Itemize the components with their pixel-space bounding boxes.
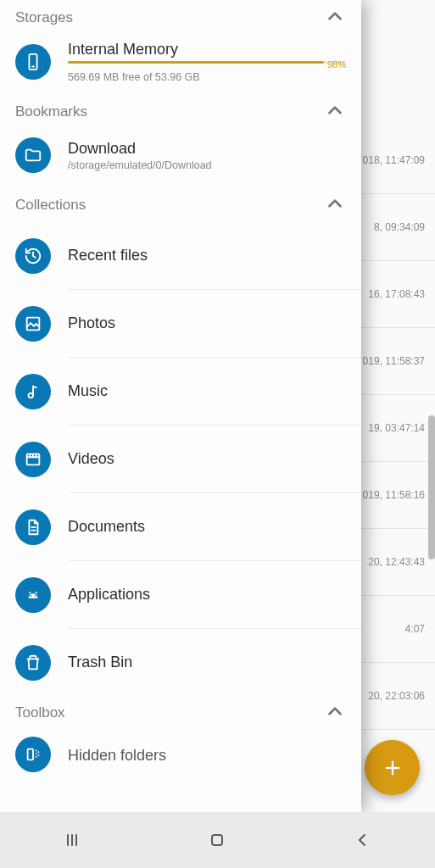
collection-videos[interactable]: Videos bbox=[0, 426, 361, 492]
svg-point-13 bbox=[30, 595, 31, 597]
add-fab-button[interactable] bbox=[365, 740, 420, 795]
collection-applications[interactable]: Applications bbox=[0, 561, 361, 628]
bookmark-path: /storage/emulated/0/Download bbox=[68, 159, 346, 171]
collection-label: Music bbox=[68, 382, 346, 400]
plus-icon bbox=[381, 756, 404, 780]
home-icon bbox=[207, 830, 227, 850]
storage-percent: 98% bbox=[327, 59, 346, 70]
section-collections[interactable]: Collections bbox=[0, 188, 361, 222]
bookmark-download[interactable]: Download /storage/emulated/0/Download bbox=[0, 129, 361, 188]
storage-title: Internal Memory bbox=[68, 41, 346, 58]
navigation-drawer: Storages Internal Memory 98% 569.69 MB f… bbox=[0, 0, 361, 812]
collection-documents[interactable]: Documents bbox=[0, 493, 361, 560]
collection-label: Trash Bin bbox=[68, 654, 346, 671]
hidden-folders-icon bbox=[15, 737, 51, 772]
svg-rect-4 bbox=[27, 317, 40, 330]
document-icon bbox=[15, 509, 51, 545]
image-icon bbox=[15, 306, 51, 342]
svg-line-15 bbox=[29, 592, 31, 593]
storage-bar-fill bbox=[68, 61, 324, 64]
bookmark-title: Download bbox=[68, 140, 346, 158]
chevron-up-icon bbox=[324, 192, 346, 219]
collection-label: Photos bbox=[68, 314, 346, 332]
toolbox-hidden-folders[interactable]: Hidden folders bbox=[0, 730, 361, 781]
toolbox-label: Hidden folders bbox=[68, 747, 346, 765]
svg-rect-26 bbox=[212, 835, 222, 845]
storage-subtitle: 569.69 MB free of 53.96 GB bbox=[68, 71, 346, 83]
svg-point-14 bbox=[35, 595, 36, 597]
section-label: Bookmarks bbox=[15, 103, 87, 120]
music-icon bbox=[15, 374, 51, 409]
section-toolbox[interactable]: Toolbox bbox=[0, 696, 361, 730]
nav-back-button[interactable] bbox=[290, 812, 435, 868]
section-storages[interactable]: Storages bbox=[0, 0, 361, 34]
video-icon bbox=[15, 442, 51, 477]
android-icon bbox=[15, 577, 51, 613]
storage-internal-memory[interactable]: Internal Memory 98% 569.69 MB free of 53… bbox=[0, 34, 361, 95]
nav-recents-button[interactable] bbox=[0, 812, 145, 868]
collection-photos[interactable]: Photos bbox=[0, 290, 361, 357]
collection-recent-files[interactable]: Recent files bbox=[0, 222, 361, 289]
chevron-up-icon bbox=[324, 5, 346, 31]
trash-icon bbox=[15, 645, 51, 681]
collection-label: Applications bbox=[68, 586, 346, 604]
section-label: Collections bbox=[15, 197, 86, 214]
back-icon bbox=[352, 830, 372, 850]
section-label: Storages bbox=[15, 9, 73, 26]
section-label: Toolbox bbox=[15, 704, 65, 721]
collection-music[interactable]: Music bbox=[0, 358, 361, 425]
phone-icon bbox=[15, 44, 51, 80]
svg-rect-17 bbox=[28, 749, 33, 760]
recents-icon bbox=[62, 830, 82, 850]
collection-label: Videos bbox=[68, 450, 346, 468]
system-navbar bbox=[0, 812, 435, 868]
section-bookmarks[interactable]: Bookmarks bbox=[0, 95, 361, 129]
chevron-up-icon bbox=[324, 700, 346, 726]
scrollbar-thumb[interactable] bbox=[428, 415, 435, 559]
chevron-up-icon bbox=[324, 99, 346, 125]
collection-label: Documents bbox=[68, 518, 346, 536]
collection-label: Recent files bbox=[68, 247, 346, 264]
svg-line-16 bbox=[36, 592, 37, 593]
nav-home-button[interactable] bbox=[145, 812, 290, 868]
collection-trash-bin[interactable]: Trash Bin bbox=[0, 629, 361, 696]
history-icon bbox=[15, 238, 51, 274]
folder-icon bbox=[15, 137, 51, 173]
